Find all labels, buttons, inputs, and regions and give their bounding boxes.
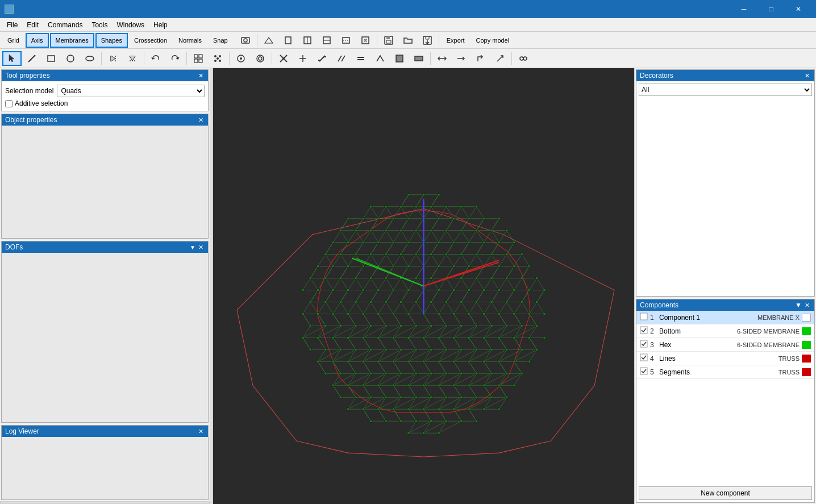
tool-arrow-diag[interactable]: [491, 51, 509, 66]
selection-model-select[interactable]: Quads Triangles All: [57, 85, 205, 97]
tool-arrow-both[interactable]: [433, 51, 451, 66]
svg-point-1052: [430, 420, 432, 423]
svg-point-964: [513, 336, 515, 339]
menu-tools[interactable]: Tools: [87, 20, 112, 30]
toolbar-view-bottom[interactable]: [337, 33, 355, 48]
comp-checkbox-5[interactable]: [640, 367, 650, 377]
tool-pointer[interactable]: [2, 51, 22, 66]
svg-point-996: [513, 360, 515, 363]
tool-arrow-corner[interactable]: [472, 51, 490, 66]
toolbar-open-btn[interactable]: [399, 33, 417, 48]
minimize-button[interactable]: ─: [731, 0, 757, 18]
toolbar-axis-btn[interactable]: Axis: [26, 33, 49, 48]
menu-windows[interactable]: Windows: [112, 20, 149, 30]
toolbar-grid-btn[interactable]: Grid: [2, 33, 24, 48]
additive-selection-checkbox[interactable]: [5, 100, 13, 107]
tool-undo[interactable]: [147, 51, 165, 66]
toolbar-normals-btn[interactable]: Normals: [173, 33, 207, 48]
comp-color-3: [802, 341, 811, 349]
tool-flip-v[interactable]: [123, 51, 141, 66]
tool-chain[interactable]: [514, 51, 532, 66]
additive-selection-row: Additive selection: [5, 99, 205, 107]
dofs-close[interactable]: ✕: [197, 243, 205, 251]
new-component-button[interactable]: New component: [639, 486, 812, 500]
toolbar-copy-model-btn[interactable]: Copy model: [471, 33, 514, 48]
tool-ellipse[interactable]: [81, 51, 99, 66]
tool-cross[interactable]: [274, 51, 293, 66]
menu-help[interactable]: Help: [149, 20, 172, 30]
object-properties-close[interactable]: ✕: [197, 116, 205, 124]
comp-checkbox-4[interactable]: [640, 353, 650, 363]
tool-array[interactable]: [189, 51, 207, 66]
components-panel: Components ▼ ✕ 1 Component 1 MEMBRANE X: [636, 299, 815, 503]
svg-point-948: [521, 324, 523, 327]
toolbar-saveas-btn[interactable]: [418, 33, 436, 48]
tool-redo[interactable]: [166, 51, 184, 66]
menu-file[interactable]: File: [2, 20, 22, 30]
tool-properties-panel: Tool properties ✕ Selection model Quads …: [1, 69, 209, 111]
components-close[interactable]: ✕: [803, 301, 811, 309]
tool-equals[interactable]: [352, 51, 370, 66]
toolbar-membranes-btn[interactable]: Membranes: [50, 33, 94, 48]
svg-point-1041: [407, 408, 410, 411]
mesh-viewport[interactable]: [213, 68, 634, 504]
decorators-close[interactable]: ✕: [803, 72, 811, 80]
tool-ring[interactable]: [251, 51, 269, 66]
menu-edit[interactable]: Edit: [22, 20, 43, 30]
dofs-expand-btn[interactable]: ▼: [190, 244, 195, 251]
toolbar-shapes-btn[interactable]: Shapes: [95, 33, 128, 48]
dofs-title: DOFs: [5, 243, 23, 251]
tool-double-slash[interactable]: [332, 51, 351, 66]
comp-color-5: [802, 368, 811, 376]
tool-line[interactable]: [23, 51, 41, 66]
sep9: [430, 52, 431, 65]
svg-point-921: [362, 313, 365, 315]
tool-circle2[interactable]: [232, 51, 250, 66]
close-button[interactable]: ✕: [785, 0, 811, 18]
comp-checkbox-1[interactable]: [640, 313, 650, 322]
tool-flip-h[interactable]: [104, 51, 122, 66]
left-resize-handle[interactable]: [0, 501, 210, 504]
component-row-5[interactable]: 5 Segments TRUSS: [636, 365, 814, 379]
svg-point-897: [498, 289, 501, 291]
tool-properties-close[interactable]: ✕: [197, 72, 205, 80]
tool-array2[interactable]: [209, 51, 227, 66]
toolbar-snap-btn[interactable]: Snap: [208, 33, 233, 48]
toolbar-view-front[interactable]: [279, 33, 297, 48]
menu-commands[interactable]: Commands: [43, 20, 87, 30]
svg-point-923: [392, 313, 395, 315]
svg-point-826: [332, 241, 335, 244]
tool-slash[interactable]: [313, 51, 331, 66]
toolbar-view-persp[interactable]: [260, 33, 278, 48]
component-row-2[interactable]: 2 Bottom 6-SIDED MEMBRANE: [636, 324, 814, 338]
components-expand-btn[interactable]: ▼: [795, 301, 802, 309]
toolbar-camera-btn[interactable]: [236, 33, 255, 48]
tool-circle[interactable]: [61, 51, 80, 66]
tool-rect[interactable]: [42, 51, 60, 66]
tool-square-fill[interactable]: [390, 51, 409, 66]
tool-rect-fill[interactable]: [410, 51, 428, 66]
canvas-area[interactable]: [213, 68, 634, 504]
maximize-button[interactable]: □: [758, 0, 784, 18]
toolbar-crossection-btn[interactable]: Crossection: [129, 33, 172, 48]
svg-point-944: [460, 324, 463, 327]
toolbar-view-side[interactable]: [298, 33, 317, 48]
comp-num-2: 2: [650, 327, 659, 335]
svg-point-844: [399, 253, 402, 256]
dofs-controls: ▼ ✕: [190, 243, 205, 251]
toolbar-view-top[interactable]: [318, 33, 336, 48]
log-viewer-close[interactable]: ✕: [197, 427, 205, 435]
comp-checkbox-3[interactable]: [640, 340, 650, 349]
component-row-1[interactable]: 1 Component 1 MEMBRANE X: [636, 311, 814, 324]
svg-point-955: [377, 336, 380, 339]
tool-angle[interactable]: [371, 51, 389, 66]
toolbar-fit-btn[interactable]: ⊡: [356, 33, 374, 48]
comp-checkbox-2[interactable]: [640, 326, 650, 336]
component-row-4[interactable]: 4 Lines TRUSS: [636, 352, 814, 365]
tool-arrow-right[interactable]: [452, 51, 471, 66]
toolbar-export-btn[interactable]: Export: [442, 33, 470, 48]
toolbar-save-btn[interactable]: [380, 33, 398, 48]
tool-x[interactable]: [294, 51, 312, 66]
component-row-3[interactable]: 3 Hex 6-SIDED MEMBRANE: [636, 338, 814, 352]
decorators-filter-select[interactable]: All: [639, 84, 812, 96]
